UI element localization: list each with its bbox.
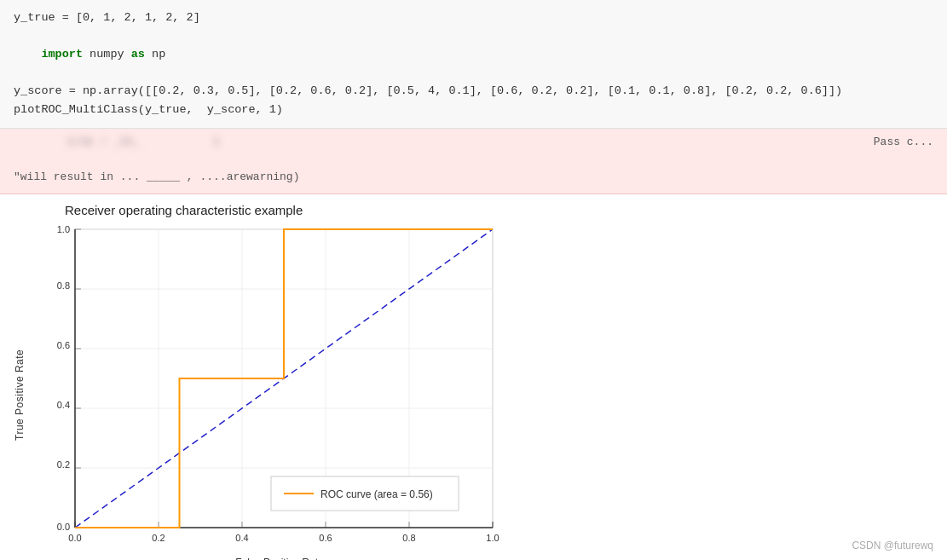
roc-chart-svg: 1.0 0.8 0.6 0.4 0.2 0.0 0.0 — [32, 221, 527, 553]
chart-inner: 1.0 0.8 0.6 0.4 0.2 0.0 0.0 — [32, 221, 527, 560]
svg-text:1.0: 1.0 — [57, 224, 70, 234]
svg-text:0.4: 0.4 — [57, 400, 70, 410]
code-numpy: numpy — [83, 48, 131, 61]
y-axis-label: True Positive Rate — [14, 221, 29, 560]
svg-text:0.8: 0.8 — [57, 280, 70, 291]
footer-credit: CSDN @futurewq — [852, 540, 933, 551]
chart-section: Receiver operating characteristic exampl… — [0, 194, 947, 560]
warning-blurred-line1: 1/1k / _th_ 1 — [14, 134, 933, 152]
warning-blurred-line2 — [14, 151, 933, 169]
as-keyword: as — [131, 48, 145, 61]
warning-visible-line: "will result in ... _____ , ....arewarni… — [14, 169, 933, 187]
code-line-4: plotROC_MultiClass(y_true, y_score, 1) — [14, 101, 933, 119]
code-line-3: y_score = np.array([[0.2, 0.3, 0.5], [0.… — [14, 82, 933, 101]
svg-text:0.6: 0.6 — [57, 340, 70, 350]
code-line-1: y_true = [0, 1, 2, 1, 2, 2] — [14, 9, 933, 27]
code-block: y_true = [0, 1, 2, 1, 2, 2] import numpy… — [0, 0, 947, 129]
svg-text:0.0: 0.0 — [57, 522, 70, 532]
pass-text: Pass c... — [874, 136, 933, 148]
code-np: np — [145, 48, 165, 61]
svg-text:0.6: 0.6 — [319, 533, 332, 543]
x-axis-label: False Positive Rate — [32, 557, 527, 560]
svg-text:0.2: 0.2 — [57, 459, 70, 470]
svg-text:0.2: 0.2 — [152, 533, 165, 543]
svg-text:0.0: 0.0 — [68, 533, 81, 543]
svg-text:0.4: 0.4 — [235, 533, 248, 543]
svg-text:1.0: 1.0 — [486, 533, 499, 543]
import-keyword: import — [41, 48, 83, 61]
svg-text:0.8: 0.8 — [402, 533, 415, 543]
chart-container: True Positive Rate 1.0 0.8 0.6 0.4 — [14, 221, 527, 560]
chart-title: Receiver operating characteristic exampl… — [65, 203, 303, 217]
code-line-2: import numpy as np — [14, 27, 933, 83]
warning-block: 1/1k / _th_ 1 Pass c... "will result in … — [0, 129, 947, 194]
svg-text:ROC curve (area = 0.56): ROC curve (area = 0.56) — [320, 488, 433, 500]
